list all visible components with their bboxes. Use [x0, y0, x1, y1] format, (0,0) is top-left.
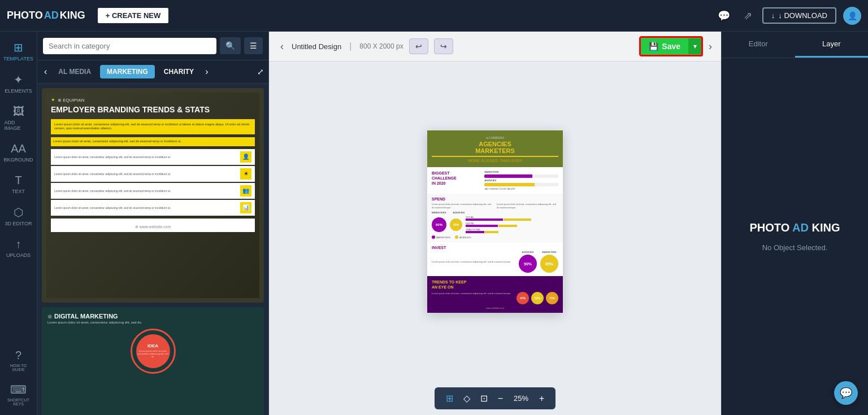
sidebar-item-uploads[interactable]: ↑ UPLOADS	[2, 233, 35, 263]
sidebar-item-templates[interactable]: ⊞ TEMPLATES	[2, 36, 35, 66]
tmpl1-row-4: Lorem ipsum dolor sit amet, consectetur …	[51, 200, 255, 216]
save-icon: 💾	[649, 42, 658, 51]
elements-icon: ✦	[14, 73, 23, 86]
design-title: Untitled Design	[292, 42, 341, 51]
trend-circle-1: 47%	[517, 292, 529, 304]
search-input[interactable]	[43, 38, 216, 54]
share-icon-button[interactable]: ⇗	[740, 6, 756, 25]
tab-al-media[interactable]: AL MEDIA	[51, 65, 98, 78]
save-button[interactable]: 💾 Save	[641, 38, 688, 55]
text-icon: T	[15, 174, 21, 187]
sidebar-item-add-image[interactable]: 🖼 ADD IMAGE	[2, 101, 35, 136]
save-button-group: 💾 Save ▾	[639, 36, 703, 56]
sidebar-item-3d-editor[interactable]: ⬡ 3D EDITOR	[2, 201, 35, 231]
save-label: Save	[662, 42, 680, 51]
logo-ad: AD	[44, 10, 59, 21]
tab-editor[interactable]: Editor	[722, 32, 795, 58]
infog-invest-section: INVEST Lorem ipsum dolor sit amet, conse…	[427, 242, 563, 276]
redo-button[interactable]: ↪	[434, 38, 453, 54]
chat-bubble-button[interactable]: 💬	[834, 381, 858, 405]
search-button[interactable]: 🔍	[220, 37, 241, 54]
infog-title-line1: AGENCIES	[432, 141, 558, 147]
tab-charity[interactable]: CHARITY	[157, 65, 201, 78]
right-panel-tabs: Editor Layer	[722, 32, 868, 58]
zoom-controls: ⊞ ◇ ⊡ − 25% +	[435, 387, 556, 409]
zoom-out-button[interactable]: −	[494, 392, 506, 405]
tmpl1-row3-icon: 👥	[240, 185, 251, 196]
canvas-next-button[interactable]: ›	[709, 41, 712, 53]
sidebar-item-howto[interactable]: ? How-To Guide	[2, 344, 35, 376]
bkground-icon: Aa	[11, 142, 26, 155]
create-new-button[interactable]: + CREATE NEW	[97, 7, 170, 24]
canvas-back-button[interactable]: ‹	[278, 38, 286, 55]
trend-circle-3: 71%	[546, 292, 558, 304]
avatar[interactable]: 👤	[843, 7, 861, 25]
3d-editor-icon: ⬡	[14, 206, 23, 219]
no-object-label: No Object Selected.	[762, 243, 828, 252]
uploads-icon: ↑	[16, 238, 21, 251]
infog-header: ⊕ COMBSING AGENCIES MARKETERS MORE ALIGN…	[427, 130, 563, 167]
tmpl1-row-2: Lorem ipsum dolor sit amet, consectetur …	[51, 166, 255, 182]
canvas-bottom-controls: ⊞ ◇ ⊡ − 25% +	[269, 382, 721, 415]
sidebar-item-text[interactable]: T TEXT	[2, 169, 35, 199]
category-expand-button[interactable]: ⤢	[257, 67, 264, 76]
lasso-button[interactable]: ◇	[460, 391, 474, 406]
save-dropdown-button[interactable]: ▾	[688, 38, 701, 54]
agencies-bar	[484, 183, 535, 186]
canvas-document[interactable]: ⊕ COMBSING AGENCIES MARKETERS MORE ALIGN…	[427, 130, 563, 313]
canvas-content: ⊕ COMBSING AGENCIES MARKETERS MORE ALIGN…	[269, 62, 721, 382]
design-size: 800 X 2000 px	[359, 42, 403, 50]
tmpl1-row4-icon: 📊	[240, 202, 251, 213]
tab-marketing[interactable]: MARKETING	[100, 65, 155, 78]
invest-agencies: AGENCIES 90%	[519, 251, 537, 273]
tmpl1-title: EMPLOYER BRANDING TRENDS & STATS	[51, 105, 255, 115]
spend-title: SPEND	[432, 197, 558, 201]
sidebar: ⊞ TEMPLATES ✦ ELEMENTS 🖼 ADD IMAGE Aa BK…	[0, 32, 37, 415]
tmpl2-idea-circle: IDEA Lorem ipsum dolor sit amet, consect…	[136, 334, 170, 368]
tmpl1-lorem2: Lorem ipsum dolor sit amet, consectetur …	[53, 139, 253, 144]
trends-text: Lorem ipsum dolor sit amet, consectetur …	[432, 292, 514, 295]
infog-challenge-title: BIGGESTCHALLENGEIN 2020	[432, 171, 481, 186]
category-next-button[interactable]: ›	[203, 65, 210, 78]
infog-spend-section: SPEND Lorem ipsum dolor sit amet, consec…	[427, 194, 563, 242]
tmpl2-circle-text: Lorem ipsum dolor sit amet, consectetur …	[136, 348, 170, 359]
invest-text: Lorem ipsum dolor sit amet, consectetur …	[432, 260, 514, 264]
invest-title: INVEST	[432, 246, 558, 250]
sidebar-item-elements[interactable]: ✦ ELEMENTS	[2, 68, 35, 98]
infog-trends-section: TRENDS TO KEEPAN EYE ON Lorem ipsum dolo…	[427, 276, 563, 313]
tmpl2-logo-icon: ⊕	[47, 313, 52, 320]
search-menu-button[interactable]: ☰	[244, 37, 263, 54]
template-item-2[interactable]: ⊕ DIGITAL MARKETING Lorem ipsum dolor si…	[42, 307, 264, 415]
tmpl1-row2-icon: ☀	[240, 168, 251, 180]
design-separator: |	[349, 41, 351, 51]
app-logo: PHOTO AD KING	[7, 10, 85, 21]
category-prev-button[interactable]: ‹	[42, 65, 49, 78]
challenge-label: SAY FINDING GOOD TALENT	[484, 187, 558, 190]
template-item-1[interactable]: ✦ ⊕ EQUIPIAN EMPLOYER BRANDING TRENDS & …	[42, 88, 264, 303]
right-panel: Editor Layer PHOTO AD KING No Object Sel…	[721, 32, 868, 415]
spend-marketers-label: MARKETERS	[432, 211, 446, 214]
sidebar-item-shortcuts[interactable]: ⌨ Shortcut Keys	[2, 378, 35, 410]
messages-icon-button[interactable]: 💬	[714, 6, 734, 25]
spend-text2: Lorem ipsum dolor sit amet, consectetur …	[497, 203, 558, 209]
marketers-bar	[484, 174, 532, 178]
tab-layer[interactable]: Layer	[795, 32, 869, 58]
tmpl2-idea-ring: IDEA Lorem ipsum dolor sit amet, consect…	[131, 329, 176, 374]
howto-icon: ?	[15, 349, 21, 362]
zoom-in-button[interactable]: +	[536, 392, 548, 405]
category-tabs: ‹ AL MEDIA MARKETING CHARITY › ⤢	[37, 60, 268, 84]
right-panel-content: PHOTO AD KING No Object Selected.	[722, 58, 868, 415]
canvas-toolbar: ‹ Untitled Design | 800 X 2000 px ↩ ↪ 💾 …	[269, 32, 721, 62]
grid-view-button[interactable]: ⊞	[442, 391, 457, 406]
infog-website: www.website.com	[432, 307, 558, 309]
infog-brand: ⊕ COMBSING	[432, 136, 558, 139]
undo-button[interactable]: ↩	[409, 38, 428, 54]
download-button[interactable]: ↓ ↓ DOWNLOAD	[762, 7, 836, 24]
frame-button[interactable]: ⊡	[477, 391, 491, 406]
add-image-icon: 🖼	[13, 105, 24, 118]
logo-photo: PHOTO	[7, 10, 43, 21]
tmpl2-subtitle: Lorem ipsum dolor sit amet, consectetur …	[47, 321, 258, 324]
infographic: ⊕ COMBSING AGENCIES MARKETERS MORE ALIGN…	[427, 130, 563, 313]
tmpl1-logo: ⊕ EQUIPIAN	[58, 98, 84, 103]
sidebar-item-bkground[interactable]: Aa BKGROUND	[2, 138, 35, 167]
